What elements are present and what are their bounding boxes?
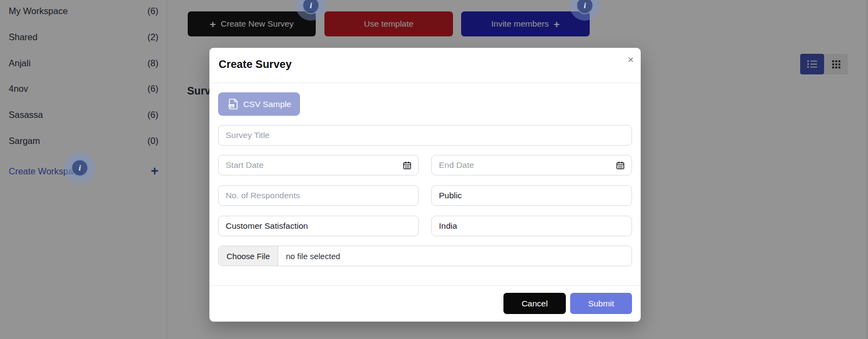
csv-sample-label: CSV Sample <box>243 99 291 109</box>
choose-file-button[interactable]: Choose File <box>219 246 278 266</box>
svg-text:CSV: CSV <box>229 105 234 108</box>
respondents-input[interactable] <box>218 185 419 206</box>
submit-button[interactable]: Submit <box>570 293 632 314</box>
info-badge-create-workspace[interactable]: i <box>65 153 95 183</box>
csv-sample-button[interactable]: CSV CSV Sample <box>218 92 300 116</box>
survey-title-input[interactable] <box>218 125 632 146</box>
calendar-icon[interactable] <box>616 161 625 170</box>
category-select[interactable] <box>218 216 419 236</box>
calendar-icon[interactable] <box>403 161 412 170</box>
file-upload-input[interactable]: Choose File no file selected <box>218 246 632 266</box>
csv-file-icon: CSV <box>227 98 239 110</box>
end-date-input[interactable]: End Date <box>431 155 632 175</box>
modal-header: Create Survey × <box>209 48 641 83</box>
file-status-text: no file selected <box>278 246 340 266</box>
info-icon: i <box>71 159 88 177</box>
info-icon: i <box>576 0 593 14</box>
country-select[interactable] <box>431 216 632 236</box>
start-date-input[interactable]: Start Date <box>218 155 419 175</box>
modal-title: Create Survey <box>219 58 292 71</box>
info-icon: i <box>302 0 320 14</box>
modal-footer: Cancel Submit <box>209 285 641 322</box>
cancel-button[interactable]: Cancel <box>503 293 566 314</box>
create-survey-modal: Create Survey × CSV CSV Sample Start Dat… <box>209 48 641 322</box>
visibility-select[interactable] <box>431 185 632 206</box>
app-screen: My Workspace (6) Shared (2) Anjali (8) 4… <box>0 0 868 339</box>
start-date-placeholder: Start Date <box>226 160 403 170</box>
end-date-placeholder: End Date <box>439 160 616 170</box>
close-icon[interactable]: × <box>628 54 634 65</box>
